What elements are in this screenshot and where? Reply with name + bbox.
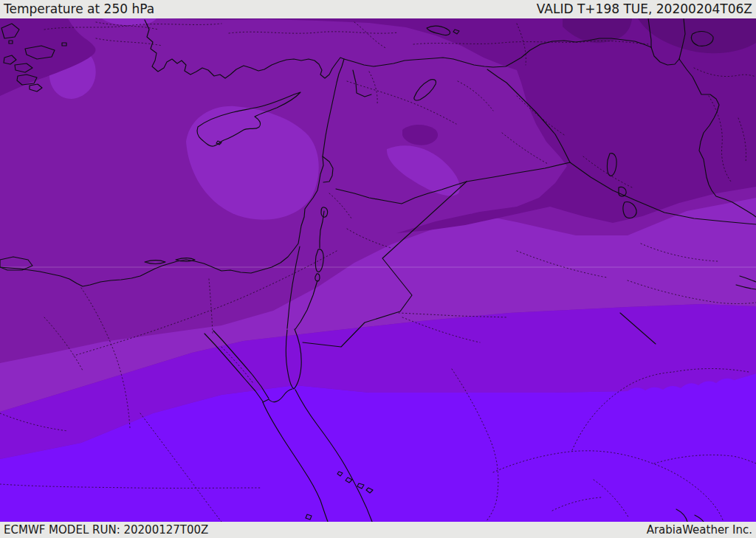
footer-bar: ECMWF MODEL RUN: 20200127T00Z ArabiaWeat… <box>0 522 756 538</box>
brand-label: ArabiaWeather Inc. <box>647 525 752 536</box>
weather-map-app: Temperature at 250 hPa VALID T+198 TUE, … <box>0 0 756 538</box>
header-bar: Temperature at 250 hPa VALID T+198 TUE, … <box>0 0 756 18</box>
model-run-label: ECMWF MODEL RUN: 20200127T00Z <box>4 525 208 536</box>
map-title: Temperature at 250 hPa <box>4 3 154 15</box>
valid-time-label: VALID T+198 TUE, 20200204T06Z <box>537 3 752 15</box>
temperature-map-canvas <box>0 18 756 522</box>
